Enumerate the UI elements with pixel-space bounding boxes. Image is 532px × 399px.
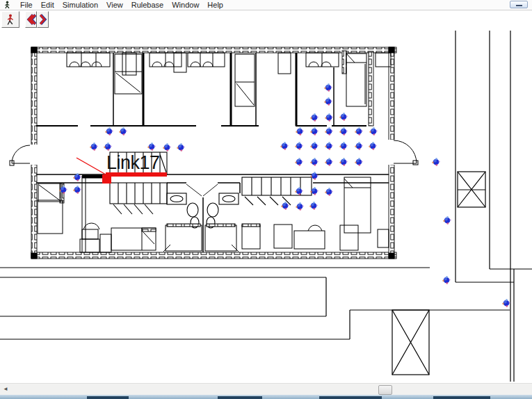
horizontal-scrollbar[interactable]: ◄ <box>0 383 532 395</box>
agent-dot <box>369 127 378 136</box>
menu-items: File Edit Simulation View Rulebase Windo… <box>12 0 227 10</box>
agent-dot <box>105 127 113 136</box>
status-segment <box>433 396 490 399</box>
agent-dot <box>325 127 333 136</box>
agent-dot <box>355 158 363 166</box>
agent-dot <box>325 158 333 166</box>
agent-dot <box>324 97 332 106</box>
agent-dot <box>163 143 171 152</box>
walking-person-icon <box>5 13 16 26</box>
scrollbar-thumb[interactable] <box>378 385 392 395</box>
step-back-button[interactable] <box>25 11 37 28</box>
menu-item-rulebase[interactable]: Rulebase <box>127 0 168 10</box>
link-label[interactable]: Link17 <box>106 152 160 173</box>
person-logo-icon <box>3 1 12 9</box>
road-network <box>0 31 532 382</box>
status-bar <box>0 395 532 399</box>
agent-dot <box>432 158 440 166</box>
link-highlight: Link17 <box>76 152 167 184</box>
agent-dot <box>295 158 303 166</box>
agent-dot <box>369 142 377 150</box>
crossed-box-small <box>458 172 485 207</box>
agent-dot <box>310 142 319 150</box>
menu-item-simulation[interactable]: Simulation <box>58 0 102 10</box>
right-chevron-icon <box>38 13 48 26</box>
agent-dot <box>339 158 348 166</box>
agent-dot <box>324 83 332 92</box>
agent-dot <box>296 202 304 211</box>
agent-dot <box>90 142 98 151</box>
menu-item-help[interactable]: Help <box>203 0 227 10</box>
agent-tool-button[interactable] <box>1 11 19 28</box>
agent-dot <box>309 202 318 210</box>
agent-dot <box>355 127 363 136</box>
agent-dot <box>325 188 333 196</box>
menu-item-edit[interactable]: Edit <box>37 0 58 10</box>
status-segment <box>87 396 129 399</box>
agent-dot <box>296 127 304 136</box>
agent-dot <box>339 127 348 136</box>
agent-dot <box>295 142 303 150</box>
furniture <box>38 53 391 252</box>
agent-dot <box>73 186 81 194</box>
interior-walls <box>36 53 389 252</box>
agent-dot <box>310 158 319 166</box>
agent-dot <box>339 113 348 121</box>
agent-dot <box>280 142 289 150</box>
tool-bar <box>0 10 532 31</box>
agent-dot <box>310 113 319 122</box>
step-forward-button[interactable] <box>37 11 49 28</box>
agent-dot <box>325 113 333 122</box>
menu-bar: File Edit Simulation View Rulebase Windo… <box>0 0 532 10</box>
menu-item-window[interactable]: Window <box>168 0 203 10</box>
agent-dot <box>355 142 363 150</box>
agent-dot <box>443 216 451 225</box>
agent-dot <box>339 142 348 150</box>
crossed-box-large <box>392 310 429 375</box>
agent-dot <box>147 142 156 151</box>
scroll-left-arrow-icon[interactable]: ◄ <box>3 386 8 393</box>
agent-dot <box>325 142 333 150</box>
agent-dot <box>104 142 112 151</box>
agent-dot <box>442 276 451 284</box>
minimize-button[interactable] <box>510 1 528 8</box>
double-left-chevron-icon <box>26 13 36 26</box>
status-segment <box>319 396 382 399</box>
agent-dot <box>119 127 127 136</box>
agent-dot <box>281 202 289 210</box>
agent-dot <box>177 143 185 152</box>
agent-dot <box>310 127 319 136</box>
menu-item-file[interactable]: File <box>16 0 37 10</box>
menu-item-view[interactable]: View <box>102 0 127 10</box>
minimize-icon <box>516 5 522 6</box>
status-segment <box>218 396 262 399</box>
agent-dot <box>502 299 510 307</box>
simulation-canvas[interactable]: Link17 <box>0 31 532 383</box>
